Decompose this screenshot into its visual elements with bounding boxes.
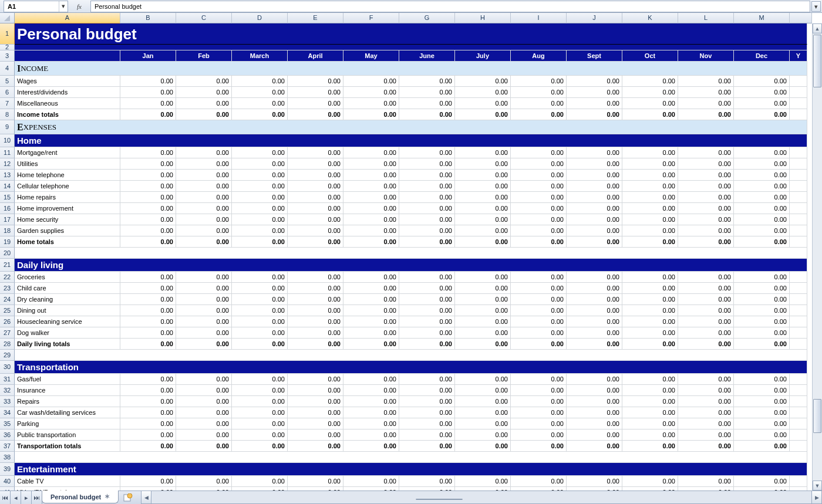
cell-value[interactable]: 0.00 (343, 87, 399, 98)
cell-value[interactable]: 0.00 (678, 181, 734, 192)
cell-value[interactable]: 0.00 (567, 158, 622, 170)
cell-section-header[interactable]: INCOME (15, 62, 807, 76)
cell-value[interactable]: 0.00 (511, 225, 567, 236)
cell-value[interactable]: 0.00 (511, 407, 567, 418)
row-header-15[interactable]: 15 (0, 192, 15, 203)
cell-value[interactable]: 0.00 (734, 305, 790, 316)
cell-value[interactable]: 0.00 (511, 339, 567, 350)
cell-value[interactable]: 0.00 (511, 76, 567, 87)
cell-value[interactable]: 0.00 (678, 98, 734, 109)
cell-extra[interactable] (790, 407, 807, 418)
cell-value[interactable]: 0.00 (176, 181, 232, 192)
cell-value[interactable]: 0.00 (678, 158, 734, 170)
cell-label[interactable]: Housecleaning service (15, 316, 120, 327)
cell-value[interactable]: 0.00 (567, 98, 622, 109)
cell-value[interactable]: 0.00 (567, 374, 622, 385)
cell-value[interactable]: 0.00 (399, 374, 455, 385)
cell-extra[interactable] (790, 374, 807, 385)
cell-value[interactable]: 0.00 (288, 294, 343, 305)
cell-value[interactable]: 0.00 (511, 396, 567, 407)
cell-value[interactable]: 0.00 (232, 236, 288, 248)
cell-value[interactable]: 0.00 (567, 476, 622, 487)
cell-value[interactable]: 0.00 (455, 283, 511, 294)
cell-value[interactable]: 0.00 (120, 181, 176, 192)
cell-extra[interactable] (790, 476, 807, 487)
cell-extra[interactable] (790, 272, 807, 283)
cell-value[interactable]: 0.00 (455, 294, 511, 305)
cell-value[interactable]: 0.00 (455, 214, 511, 225)
cell-label[interactable]: Garden supplies (15, 225, 120, 236)
cell-value[interactable]: 0.00 (343, 76, 399, 87)
cell-label[interactable]: Dry cleaning (15, 294, 120, 305)
cell-extra[interactable] (790, 76, 807, 87)
cell-value[interactable]: 0.00 (120, 203, 176, 214)
cell-value[interactable]: 0.00 (678, 316, 734, 327)
cell-value[interactable]: 0.00 (455, 109, 511, 120)
cell-value[interactable]: 0.00 (176, 87, 232, 98)
cell-category-header[interactable]: Transportation (15, 361, 807, 374)
cell-value[interactable]: 0.00 (511, 203, 567, 214)
cell-value[interactable]: 0.00 (455, 87, 511, 98)
cell-month-June[interactable]: June (399, 50, 455, 62)
cell-value[interactable]: 0.00 (511, 272, 567, 283)
cell-extra[interactable] (790, 396, 807, 407)
cell-value[interactable]: 0.00 (622, 181, 678, 192)
cell-value[interactable]: 0.00 (734, 203, 790, 214)
cell-blank[interactable] (15, 452, 807, 463)
cell-month-Nov[interactable]: Nov (678, 50, 734, 62)
tab-prev-icon[interactable]: ◂ (11, 491, 21, 504)
cell-value[interactable]: 0.00 (511, 327, 567, 339)
cell-extra[interactable] (790, 203, 807, 214)
cell-value[interactable]: 0.00 (734, 225, 790, 236)
cell-value[interactable]: 0.00 (288, 236, 343, 248)
cell-value[interactable]: 0.00 (343, 339, 399, 350)
cell-value[interactable]: 0.00 (734, 476, 790, 487)
cell-value[interactable]: 0.00 (567, 385, 622, 396)
cell-value[interactable]: 0.00 (455, 98, 511, 109)
cell-value[interactable]: 0.00 (678, 339, 734, 350)
cell-value[interactable]: 0.00 (232, 98, 288, 109)
cell-value[interactable]: 0.00 (120, 158, 176, 170)
cell-label[interactable]: Public transportation (15, 429, 120, 441)
cell-month-blank[interactable] (15, 50, 120, 62)
cell-value[interactable]: 0.00 (176, 407, 232, 418)
row-header-40[interactable]: 40 (0, 476, 15, 487)
cell-value[interactable]: 0.00 (622, 214, 678, 225)
row-header-26[interactable]: 26 (0, 316, 15, 327)
cell-extra[interactable] (790, 385, 807, 396)
cell-value[interactable]: 0.00 (343, 181, 399, 192)
cell-value[interactable]: 0.00 (232, 374, 288, 385)
cell-value[interactable]: 0.00 (120, 98, 176, 109)
cell-extra[interactable] (790, 87, 807, 98)
cell-label[interactable]: Groceries (15, 272, 120, 283)
cell-value[interactable]: 0.00 (622, 385, 678, 396)
cell-label[interactable]: Home security (15, 214, 120, 225)
name-box[interactable]: A1 ▾ (4, 1, 68, 12)
cell-value[interactable]: 0.00 (399, 272, 455, 283)
cell-value[interactable]: 0.00 (678, 214, 734, 225)
row-header-27[interactable]: 27 (0, 327, 15, 339)
row-header-32[interactable]: 32 (0, 385, 15, 396)
cell-category-header[interactable]: Home (15, 134, 807, 147)
cell-value[interactable]: 0.00 (232, 109, 288, 120)
cell-value[interactable]: 0.00 (120, 429, 176, 441)
cell-month-Sept[interactable]: Sept (567, 50, 622, 62)
cell-extra[interactable] (790, 429, 807, 441)
cell-value[interactable]: 0.00 (288, 305, 343, 316)
row-header-20[interactable]: 20 (0, 248, 15, 259)
cell-extra[interactable] (790, 316, 807, 327)
cell-month-March[interactable]: March (232, 50, 288, 62)
cell-value[interactable]: 0.00 (120, 283, 176, 294)
cell-value[interactable]: 0.00 (176, 76, 232, 87)
cell-value[interactable]: 0.00 (455, 203, 511, 214)
cell-value[interactable]: 0.00 (399, 109, 455, 120)
row-header-8[interactable]: 8 (0, 109, 15, 120)
cell-label[interactable]: Utilities (15, 158, 120, 170)
cell-value[interactable]: 0.00 (232, 407, 288, 418)
cell-extra[interactable] (790, 225, 807, 236)
cell-value[interactable]: 0.00 (399, 236, 455, 248)
cell-value[interactable]: 0.00 (622, 374, 678, 385)
cell-value[interactable]: 0.00 (399, 170, 455, 181)
cell-value[interactable]: 0.00 (343, 283, 399, 294)
column-header-H[interactable]: H (455, 13, 511, 23)
